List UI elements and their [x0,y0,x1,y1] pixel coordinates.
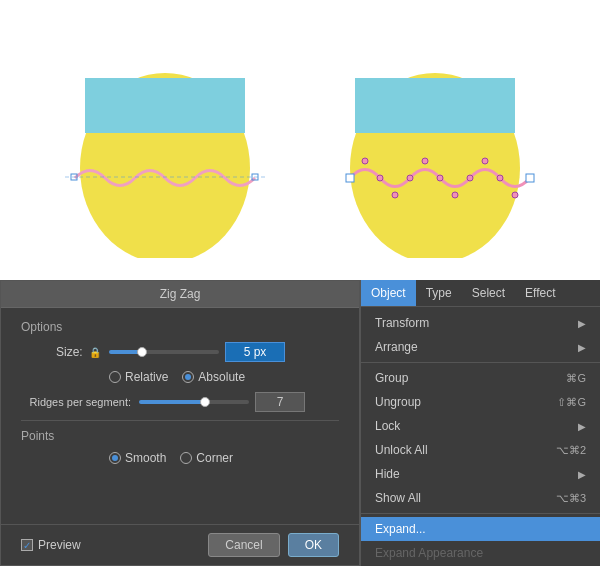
corner-label: Corner [196,451,233,465]
lock-arrow-icon: ▶ [578,421,586,432]
menu-list: Transform ▶ Arrange ▶ Group ⌘G Ungroup ⇧… [361,307,600,566]
relative-label: Relative [125,370,168,384]
menu-bar-effect[interactable]: Effect [515,280,565,306]
menu-item-ungroup[interactable]: Ungroup ⇧⌘G [361,390,600,414]
svg-rect-21 [346,174,354,182]
menu-item-expand-label: Expand... [375,522,426,536]
group-shortcut: ⌘G [566,372,586,385]
illustration-area [0,0,600,280]
right-egg-svg [335,23,535,258]
size-slider[interactable] [109,350,219,354]
dialog-title: Zig Zag [160,287,201,301]
menu-item-ungroup-label: Ungroup [375,395,421,409]
svg-rect-7 [355,78,515,133]
relative-radio-circle [109,371,121,383]
svg-point-15 [452,192,458,198]
menu-item-unlock-all[interactable]: Unlock All ⌥⌘2 [361,438,600,462]
menu-bar: Object Type Select Effect [361,280,600,307]
menu-bar-type[interactable]: Type [416,280,462,306]
menu-bar-object[interactable]: Object [361,280,416,306]
options-section-label: Options [21,320,339,334]
ridges-input[interactable] [255,392,305,412]
absolute-radio-circle [182,371,194,383]
ok-button[interactable]: OK [288,533,339,557]
menu-item-expand-appearance[interactable]: Expand Appearance [361,541,600,565]
arrange-arrow-icon: ▶ [578,342,586,353]
preview-check[interactable]: ✓ Preview [21,538,200,552]
menu-item-arrange[interactable]: Arrange ▶ [361,335,600,359]
menu-item-hide[interactable]: Hide ▶ [361,462,600,486]
svg-point-12 [407,175,413,181]
corner-radio[interactable]: Corner [180,451,233,465]
relative-absolute-row: Relative Absolute [109,370,339,384]
left-egg-container [55,20,275,260]
menu-item-expand-appearance-label: Expand Appearance [375,546,483,560]
ridges-row: Ridges per segment: [21,392,339,412]
smooth-radio-circle [109,452,121,464]
svg-point-10 [377,175,383,181]
menu-sep-2 [361,513,600,514]
corner-radio-circle [180,452,192,464]
svg-point-13 [422,158,428,164]
svg-point-16 [467,175,473,181]
svg-point-17 [482,158,488,164]
menu-item-show-all[interactable]: Show All ⌥⌘3 [361,486,600,510]
ridges-slider-thumb [200,397,210,407]
absolute-label: Absolute [198,370,245,384]
svg-rect-1 [85,78,245,133]
menu-item-group-label: Group [375,371,408,385]
ungroup-shortcut: ⇧⌘G [557,396,586,409]
ridges-label: Ridges per segment: [21,396,131,408]
menu-item-lock-label: Lock [375,419,400,433]
dialog-titlebar: Zig Zag [1,281,359,308]
lock-icon: 🔒 [89,347,101,358]
menu-item-hide-label: Hide [375,467,400,481]
absolute-radio[interactable]: Absolute [182,370,245,384]
section-divider [21,420,339,421]
menu-sep-1 [361,362,600,363]
size-label: Size: 🔒 [21,345,101,359]
svg-point-19 [512,192,518,198]
menu-item-unlock-all-label: Unlock All [375,443,428,457]
svg-point-11 [392,192,398,198]
menu-item-show-all-label: Show All [375,491,421,505]
menu-panel: Object Type Select Effect Transform ▶ Ar… [360,280,600,566]
svg-point-9 [362,158,368,164]
menu-item-expand[interactable]: Expand... [361,517,600,541]
smooth-radio[interactable]: Smooth [109,451,166,465]
size-row: Size: 🔒 [21,342,339,362]
dialog-body: Options Size: 🔒 Relative [1,308,359,524]
smooth-label: Smooth [125,451,166,465]
svg-rect-22 [526,174,534,182]
ridges-slider[interactable] [139,400,249,404]
points-section-label: Points [21,429,339,443]
relative-radio[interactable]: Relative [109,370,168,384]
preview-label: Preview [38,538,81,552]
hide-arrow-icon: ▶ [578,469,586,480]
size-input[interactable] [225,342,285,362]
menu-item-lock[interactable]: Lock ▶ [361,414,600,438]
menu-item-transform-label: Transform [375,316,429,330]
svg-point-14 [437,175,443,181]
menu-bar-select[interactable]: Select [462,280,515,306]
unlock-shortcut: ⌥⌘2 [556,444,586,457]
bottom-area: Zig Zag Options Size: 🔒 Relative [0,280,600,566]
zig-zag-dialog: Zig Zag Options Size: 🔒 Relative [0,280,360,566]
transform-arrow-icon: ▶ [578,318,586,329]
menu-item-group[interactable]: Group ⌘G [361,366,600,390]
checkmark: ✓ [23,540,31,551]
left-egg-svg [65,23,265,258]
menu-item-transform[interactable]: Transform ▶ [361,311,600,335]
cancel-button[interactable]: Cancel [208,533,279,557]
dialog-footer: ✓ Preview Cancel OK [1,524,359,565]
smooth-corner-row: Smooth Corner [109,451,339,465]
right-egg-container [325,20,545,260]
menu-item-arrange-label: Arrange [375,340,418,354]
size-slider-thumb [137,347,147,357]
svg-point-18 [497,175,503,181]
show-all-shortcut: ⌥⌘3 [556,492,586,505]
preview-checkbox[interactable]: ✓ [21,539,33,551]
